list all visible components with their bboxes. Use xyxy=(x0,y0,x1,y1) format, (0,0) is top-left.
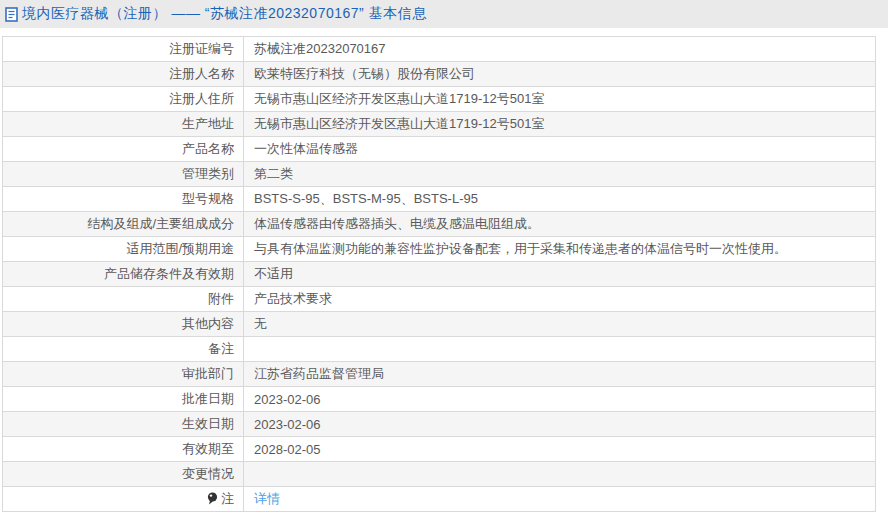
row-label: 变更情况 xyxy=(3,462,244,487)
table-row: 生效日期 2023-02-06 xyxy=(3,412,876,437)
row-label: 有效期至 xyxy=(3,437,244,462)
table-row: 其他内容 无 xyxy=(3,312,876,337)
row-label: 生产地址 xyxy=(3,112,244,137)
row-value: 江苏省药品监督管理局 xyxy=(244,362,876,387)
table-row: 注册人名称 欧莱特医疗科技（无锡）股份有限公司 xyxy=(3,62,876,87)
row-value: 无锡市惠山区经济开发区惠山大道1719-12号501室 xyxy=(244,87,876,112)
row-label: 产品储存条件及有效期 xyxy=(3,262,244,287)
row-label: 附件 xyxy=(3,287,244,312)
row-label: 注 xyxy=(3,487,244,512)
table-row: 批准日期 2023-02-06 xyxy=(3,387,876,412)
table-row: 适用范围/预期用途 与具有体温监测功能的兼容性监护设备配套，用于采集和传递患者的… xyxy=(3,237,876,262)
row-value xyxy=(244,462,876,487)
table-row: 注册证编号 苏械注准20232070167 xyxy=(3,37,876,62)
row-label: 结构及组成/主要组成成分 xyxy=(3,212,244,237)
table-row: 结构及组成/主要组成成分 体温传感器由传感器插头、电缆及感温电阻组成。 xyxy=(3,212,876,237)
row-value: 2028-02-05 xyxy=(244,437,876,462)
row-value: 第二类 xyxy=(244,162,876,187)
table-row: 附件 产品技术要求 xyxy=(3,287,876,312)
row-value: 苏械注准20232070167 xyxy=(244,37,876,62)
row-value: 不适用 xyxy=(244,262,876,287)
row-label-text: 注 xyxy=(221,491,234,506)
table-row: 备注 xyxy=(3,337,876,362)
row-value: 详情 xyxy=(244,487,876,512)
table-row: 注册人住所 无锡市惠山区经济开发区惠山大道1719-12号501室 xyxy=(3,87,876,112)
page-header: 境内医疗器械（注册） —— “苏械注准20232070167” 基本信息 xyxy=(0,0,888,28)
row-value: 2023-02-06 xyxy=(244,387,876,412)
row-value: 无锡市惠山区经济开发区惠山大道1719-12号501室 xyxy=(244,112,876,137)
row-value: BSTS-S-95、BSTS-M-95、BSTS-L-95 xyxy=(244,187,876,212)
table-row: 型号规格 BSTS-S-95、BSTS-M-95、BSTS-L-95 xyxy=(3,187,876,212)
row-value: 欧莱特医疗科技（无锡）股份有限公司 xyxy=(244,62,876,87)
row-value: 无 xyxy=(244,312,876,337)
registration-info-table: 注册证编号 苏械注准20232070167 注册人名称 欧莱特医疗科技（无锡）股… xyxy=(2,36,876,512)
row-label: 其他内容 xyxy=(3,312,244,337)
row-value: 2023-02-06 xyxy=(244,412,876,437)
row-label: 管理类别 xyxy=(3,162,244,187)
row-label: 产品名称 xyxy=(3,137,244,162)
row-value: 与具有体温监测功能的兼容性监护设备配套，用于采集和传递患者的体温信号时一次性使用… xyxy=(244,237,876,262)
row-label: 适用范围/预期用途 xyxy=(3,237,244,262)
table-row: 有效期至 2028-02-05 xyxy=(3,437,876,462)
row-value: 一次性体温传感器 xyxy=(244,137,876,162)
table-row: 注 详情 xyxy=(3,487,876,512)
row-value: 体温传感器由传感器插头、电缆及感温电阻组成。 xyxy=(244,212,876,237)
table-row: 管理类别 第二类 xyxy=(3,162,876,187)
page-title: 境内医疗器械（注册） —— “苏械注准20232070167” 基本信息 xyxy=(22,5,427,23)
row-label: 注册人名称 xyxy=(3,62,244,87)
row-label: 审批部门 xyxy=(3,362,244,387)
row-label: 备注 xyxy=(3,337,244,362)
table-row: 产品储存条件及有效期 不适用 xyxy=(3,262,876,287)
table-row: 变更情况 xyxy=(3,462,876,487)
table-row: 生产地址 无锡市惠山区经济开发区惠山大道1719-12号501室 xyxy=(3,112,876,137)
row-label: 型号规格 xyxy=(3,187,244,212)
row-label: 批准日期 xyxy=(3,387,244,412)
row-label: 注册证编号 xyxy=(3,37,244,62)
row-value: 产品技术要求 xyxy=(244,287,876,312)
details-link[interactable]: 详情 xyxy=(254,491,280,506)
row-label: 注册人住所 xyxy=(3,87,244,112)
row-value xyxy=(244,337,876,362)
row-label: 生效日期 xyxy=(3,412,244,437)
table-row: 审批部门 江苏省药品监督管理局 xyxy=(3,362,876,387)
document-icon xyxy=(5,7,18,22)
note-balloon-icon xyxy=(207,492,218,508)
table-row: 产品名称 一次性体温传感器 xyxy=(3,137,876,162)
